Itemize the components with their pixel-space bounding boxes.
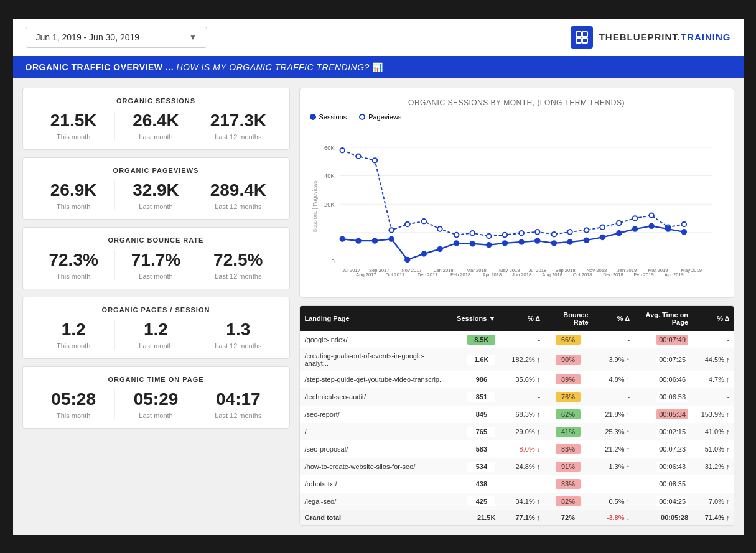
- time-12-months: 04:17 Last 12 months: [197, 389, 279, 419]
- cell-landing-page: /legal-seo/: [300, 493, 451, 510]
- cell-sessions: 583: [451, 440, 499, 458]
- table-header-row: Landing Page Sessions ▼ % Δ Bounce Rate …: [300, 306, 734, 331]
- cell-bounce-pct: -: [592, 388, 633, 406]
- svg-point-49: [534, 230, 539, 235]
- svg-point-69: [502, 241, 507, 246]
- cell-sessions: 851: [451, 388, 499, 406]
- grand-total-label: Grand total: [300, 510, 451, 525]
- svg-text:20K: 20K: [324, 201, 335, 208]
- cell-time-pct: 31.2% ↑: [692, 458, 733, 475]
- svg-point-51: [567, 230, 572, 235]
- brand-logo: THEBLUEPRINT.TRAINING: [571, 26, 731, 49]
- cell-time: 00:07:25: [633, 348, 692, 371]
- cell-time: 00:06:46: [633, 371, 692, 388]
- legend-sessions: Sessions: [310, 113, 347, 121]
- banner: ORGANIC TRAFFIC OVERVIEW ... HOW IS MY O…: [13, 56, 744, 78]
- svg-text:60K: 60K: [324, 144, 335, 151]
- cell-sessions: 425: [451, 493, 499, 510]
- cell-bounce: 82%: [544, 493, 592, 510]
- sessions-values: 21.5K This month 26.4K Last month 217.3K…: [33, 111, 279, 141]
- svg-point-72: [551, 241, 556, 246]
- cell-sessions-pct: 24.8% ↑: [499, 458, 544, 475]
- grand-total-time-pct: 71.4% ↑: [692, 510, 733, 525]
- time-this-value: 05:28: [33, 389, 114, 409]
- cell-bounce-pct: 1.3% ↑: [592, 458, 633, 475]
- svg-text:Dec 2018: Dec 2018: [603, 272, 623, 277]
- svg-point-61: [372, 238, 377, 243]
- chart-legend: Sessions Pageviews: [310, 113, 724, 121]
- grand-total-bounce-pct: -3.8% ↓: [592, 510, 633, 525]
- table-body: /google-index/ 8.5K - 66% - 00:07:49 - /…: [300, 331, 734, 525]
- svg-point-75: [600, 235, 605, 239]
- pages-session-this-label: This month: [33, 342, 114, 350]
- cell-bounce: 91%: [544, 458, 592, 475]
- pages-session-last-value: 1.2: [115, 320, 197, 340]
- cell-landing-page: /step-step-guide-get-youtube-video-trans…: [300, 371, 451, 388]
- table-row: /robots-txt/ 438 - 83% - 00:08:35 -: [300, 475, 734, 493]
- grand-total-time: 00:05:28: [633, 510, 692, 525]
- svg-text:40K: 40K: [324, 172, 335, 179]
- cell-bounce: 66%: [544, 331, 592, 348]
- cell-sessions: 438: [451, 475, 499, 493]
- svg-point-39: [372, 158, 377, 163]
- cell-bounce-pct: 0.5% ↑: [592, 493, 633, 510]
- cell-bounce-pct: 21.8% ↑: [592, 406, 633, 423]
- bounce-this-month: 72.3% This month: [33, 250, 115, 280]
- svg-point-60: [356, 238, 361, 243]
- svg-point-64: [421, 251, 426, 256]
- pageviews-this-month-value: 26.9K: [33, 180, 114, 200]
- sessions-this-month: 21.5K This month: [33, 111, 115, 141]
- svg-text:0: 0: [331, 258, 334, 264]
- chart-title-sub: (LONG TERM TRENDS): [537, 98, 625, 107]
- brand-icon: [571, 26, 593, 49]
- sessions-12-months: 217.3K Last 12 months: [197, 111, 279, 141]
- svg-point-71: [534, 238, 539, 243]
- cell-bounce-pct: -: [592, 475, 633, 493]
- cell-landing-page: /seo-report/: [300, 406, 451, 423]
- grand-total-sessions-pct: 77.1% ↑: [499, 510, 544, 525]
- svg-rect-2: [576, 38, 581, 43]
- date-range-text: Jun 1, 2019 - Jun 30, 2019: [36, 32, 140, 42]
- pageviews-legend-dot: [359, 114, 365, 120]
- pages-session-this-value: 1.2: [33, 320, 114, 340]
- time-on-page-values: 05:28 This month 05:29 Last month 04:17 …: [33, 389, 279, 419]
- svg-text:Apr 2018: Apr 2018: [482, 272, 502, 277]
- svg-point-38: [356, 154, 361, 159]
- svg-point-65: [437, 246, 442, 251]
- bounce-this-month-label: This month: [33, 272, 114, 280]
- pageviews-this-month: 26.9K This month: [33, 180, 115, 210]
- pages-session-this-month: 1.2 This month: [33, 320, 115, 350]
- table-row: /seo-proposal/ 583 -8.0% ↓ 83% 21.2% ↑ 0…: [300, 440, 734, 458]
- svg-point-55: [632, 216, 637, 221]
- cell-landing-page: /technical-seo-audit/: [300, 388, 451, 406]
- right-panel: ORGANIC SESSIONS BY MONTH, (LONG TERM TR…: [299, 88, 734, 526]
- pages-session-12-label: Last 12 months: [197, 342, 279, 350]
- pageviews-12-months-value: 289.4K: [197, 180, 279, 200]
- svg-point-77: [632, 226, 637, 231]
- cell-time-pct: -: [692, 388, 733, 406]
- cell-bounce: 83%: [544, 440, 592, 458]
- date-range-selector[interactable]: Jun 1, 2019 - Jun 30, 2019 ▼: [26, 27, 207, 48]
- svg-point-74: [584, 238, 589, 243]
- col-time: Avg. Time on Page: [633, 306, 692, 331]
- pages-session-title: ORGANIC PAGES / SESSION: [33, 306, 279, 314]
- svg-point-73: [567, 239, 572, 244]
- cell-sessions-pct: 29.0% ↑: [499, 423, 544, 440]
- col-sessions[interactable]: Sessions ▼: [451, 306, 499, 331]
- dashboard: Jun 1, 2019 - Jun 30, 2019 ▼ THEBLUEPRIN…: [11, 17, 745, 537]
- bounce-12-months: 72.5% Last 12 months: [197, 250, 279, 280]
- sessions-last-month: 26.4K Last month: [115, 111, 197, 141]
- bounce-rate-title: ORGANIC BOUNCE RATE: [33, 236, 279, 244]
- cell-time-pct: 7.0% ↑: [692, 493, 733, 510]
- sessions-title: ORGANIC SESSIONS: [33, 97, 279, 105]
- svg-point-68: [487, 242, 492, 247]
- time-12-label: Last 12 months: [197, 412, 279, 419]
- cell-time: 00:07:23: [633, 440, 692, 458]
- cell-bounce-pct: 25.3% ↑: [592, 423, 633, 440]
- svg-point-80: [681, 230, 686, 235]
- pages-session-last-label: Last month: [115, 342, 197, 350]
- sessions-this-month-value: 21.5K: [33, 111, 114, 131]
- col-sessions-pct: % Δ: [499, 306, 544, 331]
- sessions-this-month-label: This month: [33, 133, 114, 141]
- cell-sessions: 534: [451, 458, 499, 475]
